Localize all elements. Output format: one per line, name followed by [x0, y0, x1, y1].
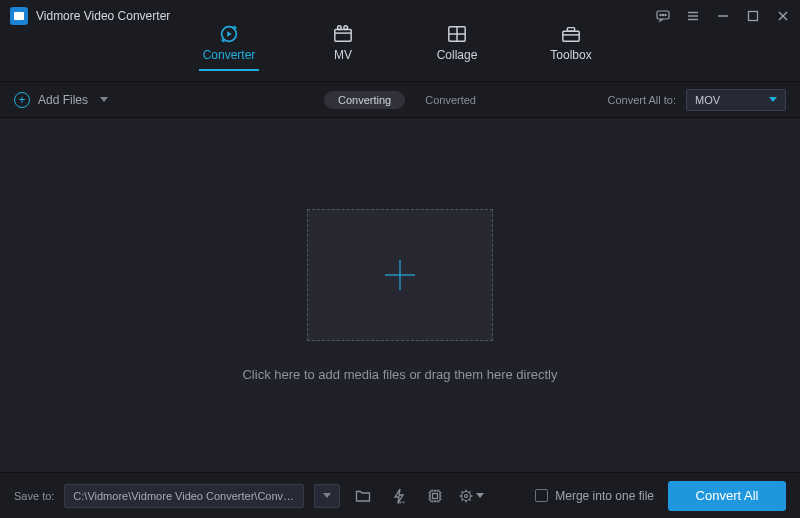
chevron-down-icon — [323, 493, 331, 498]
tab-label: Converter — [203, 48, 256, 62]
format-value: MOV — [695, 94, 720, 106]
svg-line-45 — [470, 499, 471, 500]
svg-point-14 — [338, 26, 342, 30]
collage-icon — [446, 24, 468, 44]
save-path-value: C:\Vidmore\Vidmore Video Converter\Conve… — [73, 490, 295, 502]
maximize-icon[interactable] — [746, 9, 760, 23]
svg-line-44 — [462, 491, 463, 492]
save-to-label: Save to: — [14, 490, 54, 502]
svg-line-46 — [470, 491, 471, 492]
app-logo — [10, 7, 28, 25]
chevron-down-icon — [769, 97, 777, 102]
svg-point-38 — [462, 491, 471, 500]
convert-all-button[interactable]: Convert All — [668, 481, 786, 511]
tab-converted[interactable]: Converted — [425, 94, 476, 106]
mv-icon — [332, 24, 354, 44]
save-path-field[interactable]: C:\Vidmore\Vidmore Video Converter\Conve… — [64, 484, 304, 508]
action-strip: + Add Files Converting Converted Convert… — [0, 82, 800, 118]
svg-rect-19 — [563, 31, 579, 41]
converter-icon — [218, 24, 240, 44]
svg-rect-8 — [749, 12, 758, 21]
save-path-dropdown[interactable] — [314, 484, 340, 508]
tab-label: Toolbox — [550, 48, 591, 62]
tab-label: Collage — [437, 48, 478, 62]
title-bar: Vidmore Video Converter — [0, 0, 800, 32]
svg-point-1 — [660, 14, 661, 15]
merge-label: Merge into one file — [555, 489, 654, 503]
svg-line-47 — [462, 499, 463, 500]
checkbox-icon — [535, 489, 548, 502]
close-icon[interactable] — [776, 9, 790, 23]
gpu-button[interactable] — [422, 484, 448, 508]
tab-converter[interactable]: Converter — [199, 24, 259, 75]
add-files-label: Add Files — [38, 93, 88, 107]
open-folder-button[interactable] — [350, 484, 376, 508]
svg-point-15 — [344, 26, 348, 30]
svg-rect-24 — [430, 491, 440, 501]
drop-zone[interactable] — [307, 209, 493, 341]
minimize-icon[interactable] — [716, 9, 730, 23]
tab-label: MV — [334, 48, 352, 62]
svg-marker-12 — [227, 31, 232, 37]
tab-converting[interactable]: Converting — [324, 91, 405, 109]
toolbox-icon — [560, 24, 582, 44]
app-title: Vidmore Video Converter — [36, 9, 170, 23]
conversion-status-tabs: Converting Converted — [324, 91, 476, 109]
drop-hint: Click here to add media files or drag th… — [242, 367, 557, 382]
svg-text:OFF: OFF — [397, 500, 406, 504]
window-controls — [656, 9, 790, 23]
hardware-accel-button[interactable]: OFF — [386, 484, 412, 508]
add-files-button[interactable]: + Add Files — [14, 92, 108, 108]
svg-point-2 — [662, 14, 663, 15]
plus-icon — [380, 255, 420, 295]
add-plus-icon: + — [14, 92, 30, 108]
menu-icon[interactable] — [686, 9, 700, 23]
feedback-icon[interactable] — [656, 9, 670, 23]
merge-checkbox[interactable]: Merge into one file — [535, 489, 654, 503]
bottom-bar: Save to: C:\Vidmore\Vidmore Video Conver… — [0, 472, 800, 518]
svg-rect-20 — [567, 28, 574, 32]
svg-rect-13 — [335, 29, 351, 41]
svg-rect-25 — [433, 493, 438, 498]
tab-mv[interactable]: MV — [313, 24, 373, 75]
svg-point-3 — [665, 14, 666, 15]
tab-toolbox[interactable]: Toolbox — [541, 24, 601, 75]
svg-point-39 — [465, 494, 468, 497]
tab-collage[interactable]: Collage — [427, 24, 487, 75]
convert-all-to-label: Convert All to: — [608, 94, 676, 106]
chevron-down-icon — [476, 493, 484, 498]
settings-button[interactable] — [458, 484, 484, 508]
output-format-select[interactable]: MOV — [686, 89, 786, 111]
chevron-down-icon — [100, 97, 108, 102]
mode-tabs: Converter MV Collage Toolbox — [0, 32, 800, 82]
main-area: Click here to add media files or drag th… — [0, 118, 800, 472]
